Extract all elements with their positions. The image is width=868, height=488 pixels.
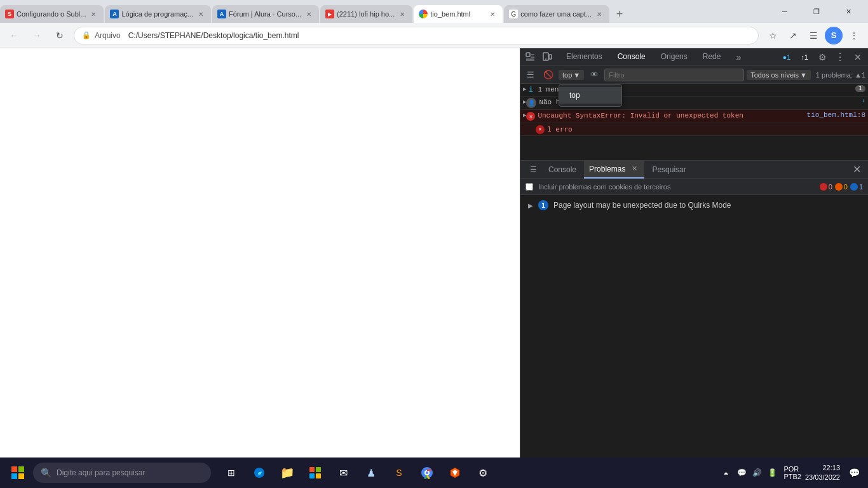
- quirks-expand-arrow[interactable]: ▶: [528, 202, 533, 209]
- problems-tab-close[interactable]: ✕: [629, 164, 639, 174]
- eye-button[interactable]: 👁: [587, 67, 602, 83]
- tab-6-close[interactable]: ✕: [594, 9, 604, 19]
- task-view-button[interactable]: ⊞: [219, 460, 244, 485]
- devtools-panel: Elementos Console Origens Rede » ●1 ↑1 ⚙…: [520, 48, 868, 458]
- console-entry-1erro[interactable]: ✕ 1 erro: [520, 123, 868, 136]
- store-icon[interactable]: [302, 460, 328, 485]
- new-tab-button[interactable]: +: [611, 5, 628, 23]
- start-button[interactable]: [5, 460, 31, 485]
- tab-3-title: Fórum | Alura - Curso...: [229, 10, 301, 18]
- context-dropdown: top: [559, 84, 622, 107]
- tray-expand-button[interactable]: ⏶: [720, 466, 733, 479]
- file-explorer-icon[interactable]: 📁: [275, 460, 300, 485]
- problems-tab-label: Problemas: [589, 165, 625, 173]
- devtools-badge-2[interactable]: ↑1: [797, 50, 812, 65]
- share-button[interactable]: ↗: [784, 27, 802, 44]
- devtools-badge-1[interactable]: ●1: [779, 50, 794, 65]
- error-badge-icon: [820, 183, 827, 191]
- tab-5-close[interactable]: ✕: [487, 9, 498, 19]
- tab-origens[interactable]: Origens: [653, 48, 695, 67]
- problems-count-badges: 0 0 1: [820, 183, 863, 191]
- inspect-element-button[interactable]: [523, 50, 538, 65]
- 1erro-text: 1 erro: [547, 125, 865, 134]
- tray-volume-icon[interactable]: 🔊: [750, 466, 763, 479]
- messages-badge: 1: [855, 85, 865, 92]
- tab-6[interactable]: G como fazer uma capt... ✕: [504, 5, 609, 23]
- svg-rect-2: [549, 55, 552, 59]
- tab-4[interactable]: ▶ (2211) lofi hip ho... ✕: [320, 5, 412, 23]
- console-clear-button[interactable]: 🚫: [541, 67, 556, 83]
- settings-icon[interactable]: ⚙: [470, 460, 496, 485]
- dropdown-item-top[interactable]: top: [559, 87, 621, 104]
- profiles-button[interactable]: ☰: [804, 27, 822, 44]
- system-clock[interactable]: 22:13 23/03/2022: [805, 463, 840, 483]
- context-dropdown-arrow: ▼: [573, 71, 580, 79]
- tab-rede[interactable]: Rede: [695, 48, 729, 67]
- reload-button[interactable]: ↻: [51, 27, 69, 44]
- maximize-button[interactable]: ❐: [802, 1, 831, 22]
- svg-rect-5: [18, 466, 24, 472]
- console-sub-toolbar: ☰ 🚫 top ▼ top 👁 Todos os níveis: [520, 66, 868, 84]
- menu-button[interactable]: ⋮: [845, 27, 863, 44]
- error-link[interactable]: tio_bem.html:8: [807, 111, 865, 119]
- forward-button[interactable]: →: [28, 27, 46, 44]
- tab-2[interactable]: A Lógica de programaç... ✕: [105, 5, 211, 23]
- devtools-more-button[interactable]: ⋮: [832, 50, 848, 65]
- problems-tab-pesquisar[interactable]: Pesquisar: [647, 161, 691, 179]
- messages-info-icon: i: [526, 85, 535, 94]
- profile-avatar[interactable]: S: [825, 27, 843, 44]
- bookmark-button[interactable]: ☆: [764, 27, 782, 44]
- svg-point-3: [545, 58, 546, 60]
- tab-console[interactable]: Console: [610, 48, 653, 67]
- problems-panel: ☰ Console Problemas ✕ Pesquisar ✕: [520, 160, 868, 458]
- tab-3[interactable]: A Fórum | Alura - Curso... ✕: [212, 5, 319, 23]
- address-input[interactable]: 🔒 Arquivo C:/Users/STEPHANE/Desktop/logi…: [74, 27, 759, 44]
- minimize-button[interactable]: ─: [770, 1, 799, 22]
- tray-battery-icon[interactable]: 🔋: [766, 466, 778, 479]
- tab-3-close[interactable]: ✕: [304, 9, 314, 19]
- devtools-more-tabs-button[interactable]: »: [731, 50, 746, 65]
- problems-pesquisar-label: Pesquisar: [652, 165, 686, 174]
- close-button[interactable]: ✕: [834, 1, 863, 22]
- console-filter-input[interactable]: [604, 69, 744, 81]
- problems-tab-problemas[interactable]: Problemas ✕: [584, 161, 644, 179]
- brave-icon[interactable]: [442, 460, 468, 485]
- level-filter-button[interactable]: Todos os níveis ▼: [747, 70, 811, 80]
- svg-rect-6: [11, 473, 17, 479]
- tab-1-favicon: S: [5, 10, 14, 18]
- edge-browser-icon[interactable]: [247, 460, 272, 485]
- tab-2-close[interactable]: ✕: [196, 9, 206, 19]
- third-party-cookies-checkbox[interactable]: [526, 183, 533, 191]
- devtools-settings-button[interactable]: ⚙: [815, 50, 830, 65]
- steam-icon[interactable]: ♟: [358, 460, 384, 485]
- language-code: POR: [783, 465, 801, 473]
- problems-panel-close[interactable]: ✕: [850, 163, 863, 176]
- tab-4-title: (2211) lofi hip ho...: [337, 10, 395, 18]
- back-button[interactable]: ←: [5, 27, 23, 44]
- devtools-close-button[interactable]: ✕: [850, 50, 865, 65]
- search-bar[interactable]: 🔍 Digite aqui para pesquisar: [33, 463, 211, 483]
- tab-1[interactable]: S Configurando o Subl... ✕: [0, 5, 104, 23]
- problems-sidebar-button[interactable]: ☰: [526, 162, 541, 177]
- address-url: C:/Users/STEPHANE/Desktop/logica/tio_bem…: [128, 31, 750, 40]
- error-badge-count: 0: [829, 183, 832, 191]
- language-indicator[interactable]: POR PTB2: [783, 465, 801, 480]
- problems-tab-console[interactable]: Console: [543, 161, 581, 179]
- address-prefix: Arquivo: [95, 31, 121, 40]
- sublimetext-icon[interactable]: S: [386, 460, 412, 485]
- tab-1-close[interactable]: ✕: [88, 9, 98, 19]
- tab-4-close[interactable]: ✕: [397, 9, 407, 19]
- chrome-icon[interactable]: [414, 460, 440, 485]
- console-entry-error[interactable]: ▶ ✕ Uncaught SyntaxError: Invalid or une…: [520, 110, 868, 123]
- warning-badge-icon: [835, 183, 843, 191]
- notification-center-button[interactable]: 💬: [845, 464, 863, 482]
- tab-5[interactable]: tio_bem.html ✕: [414, 5, 503, 23]
- device-toolbar-button[interactable]: [539, 50, 555, 65]
- nouser-sub-arrow[interactable]: ›: [862, 98, 865, 105]
- context-selector-button[interactable]: top ▼: [559, 70, 584, 80]
- console-sidebar-toggle[interactable]: ☰: [523, 67, 538, 83]
- tab-elementos[interactable]: Elementos: [559, 48, 610, 67]
- problem-entry-quirks[interactable]: ▶ 1 Page layout may be unexpected due to…: [523, 198, 865, 213]
- mail-icon[interactable]: ✉: [330, 460, 356, 485]
- tray-chat-icon[interactable]: 💬: [735, 466, 748, 479]
